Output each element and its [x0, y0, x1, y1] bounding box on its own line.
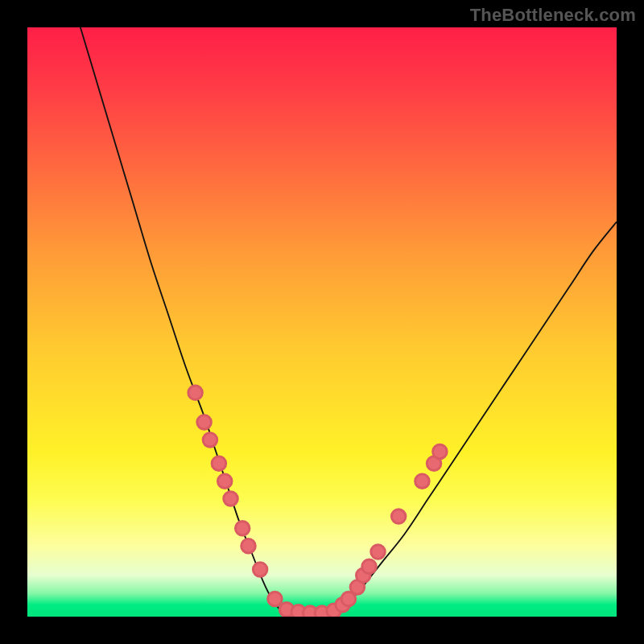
data-point — [253, 563, 267, 577]
data-dots — [188, 386, 447, 617]
data-point — [197, 415, 212, 430]
chart-frame: TheBottleneck.com — [0, 0, 644, 644]
data-point — [268, 592, 283, 606]
bottleneck-curve — [80, 27, 617, 614]
data-point — [217, 474, 232, 489]
data-point — [188, 386, 203, 400]
curve-group — [80, 27, 617, 614]
data-point — [242, 539, 256, 553]
data-point — [415, 474, 430, 489]
data-point — [371, 545, 386, 559]
data-point — [362, 559, 377, 574]
chart-svg — [27, 27, 617, 617]
data-point — [391, 510, 406, 524]
data-point — [224, 492, 238, 506]
data-point — [235, 521, 250, 535]
data-point — [212, 456, 226, 471]
watermark-text: TheBottleneck.com — [470, 5, 636, 26]
data-point — [433, 444, 448, 459]
data-point — [203, 433, 217, 448]
plot-area — [27, 27, 617, 617]
